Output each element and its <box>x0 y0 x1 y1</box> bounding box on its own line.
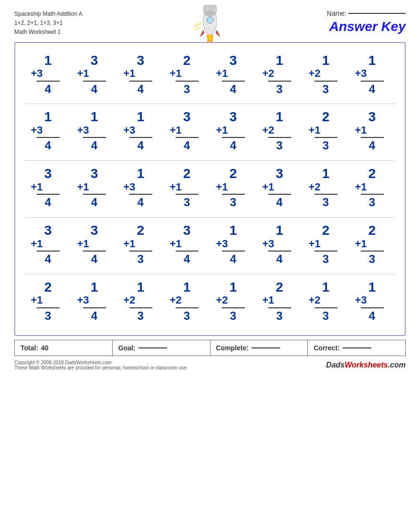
problem-3-7: 2 +1 3 <box>353 223 391 266</box>
problem-top: 2 <box>183 53 191 68</box>
problem-line <box>315 251 337 252</box>
problem-answer: 3 <box>276 309 283 323</box>
problem-answer: 4 <box>91 196 97 210</box>
problem-line <box>176 137 199 138</box>
problem-addend: +2 <box>307 68 321 79</box>
name-field: Name: <box>327 10 406 17</box>
problem-answer: 3 <box>276 139 283 153</box>
problem-addend: +1 <box>214 125 228 136</box>
problem-addend: +3 <box>75 294 89 306</box>
problem-line <box>83 251 106 252</box>
problem-0-2: 3 +1 4 <box>122 53 160 96</box>
problem-addend: +1 <box>75 238 89 250</box>
problem-addend: +1 <box>29 294 43 306</box>
problem-3-3: 3 +1 4 <box>168 223 206 266</box>
problem-line <box>222 194 245 195</box>
problem-answer: 4 <box>230 139 236 153</box>
footer-goal: Goal: <box>113 340 210 356</box>
problem-row-1: 1 +3 4 1 +3 4 1 +3 4 3 +1 4 3 +1 <box>25 104 395 161</box>
problem-line <box>361 81 384 82</box>
problems-grid: 1 +3 4 3 +1 4 3 +1 4 2 +1 3 3 +1 <box>25 48 395 331</box>
problem-3-0: 3 +1 4 <box>29 223 67 266</box>
problem-line <box>37 194 60 195</box>
problem-4-4: 1 +2 3 <box>214 280 252 323</box>
copyright-text: Copyright © 2008-2018 DadsWorksheets.com… <box>14 360 188 370</box>
problem-answer: 4 <box>230 252 236 266</box>
footer-correct: Correct: <box>308 340 405 356</box>
problem-top: 3 <box>230 53 237 68</box>
problem-line <box>361 194 384 195</box>
problem-line <box>176 251 199 252</box>
problem-addend: +1 <box>168 125 182 136</box>
problem-addend: +2 <box>122 294 136 306</box>
problem-line <box>83 307 106 308</box>
footer-complete: Complete: <box>210 340 308 356</box>
problem-top: 3 <box>44 223 52 238</box>
problem-4-6: 1 +2 3 <box>307 280 345 323</box>
problem-top: 1 <box>368 53 376 68</box>
rocket-icon <box>191 5 229 48</box>
header: Spaceship Math Addition A 1+2, 2+1, 1+3,… <box>14 10 406 37</box>
problem-top: 2 <box>230 167 237 181</box>
problem-addend: +1 <box>168 68 182 79</box>
problem-addend: +3 <box>122 125 136 136</box>
problem-top: 3 <box>368 110 376 125</box>
problem-answer: 3 <box>323 309 329 323</box>
problem-line <box>222 307 245 308</box>
problem-answer: 4 <box>230 83 236 96</box>
problem-addend: +2 <box>307 181 321 193</box>
problem-2-0: 3 +1 4 <box>29 167 67 210</box>
problem-addend: +3 <box>75 125 89 136</box>
problem-top: 1 <box>91 280 98 295</box>
problem-top: 3 <box>137 53 145 68</box>
problem-addend: +1 <box>307 125 321 136</box>
problem-addend: +1 <box>122 238 136 250</box>
problem-line <box>176 307 199 308</box>
problem-addend: +1 <box>168 181 182 193</box>
problem-3-2: 2 +1 3 <box>122 223 160 266</box>
problem-1-2: 1 +3 4 <box>122 110 160 153</box>
title-line2: 1+2, 2+1, 1+3, 3+1 <box>14 19 83 28</box>
complete-blank <box>252 347 280 348</box>
problem-top: 3 <box>183 110 191 125</box>
problem-top: 1 <box>91 110 98 125</box>
problem-3-5: 1 +3 4 <box>261 223 299 266</box>
problem-answer: 4 <box>369 309 375 323</box>
problem-line <box>83 194 106 195</box>
problem-answer: 4 <box>184 139 190 153</box>
problem-answer: 3 <box>323 196 329 210</box>
problem-addend: +1 <box>307 238 321 250</box>
problem-answer: 3 <box>230 309 236 323</box>
problem-line <box>361 137 384 138</box>
problem-line <box>315 81 337 82</box>
problem-top: 2 <box>322 110 330 125</box>
problem-addend: +2 <box>214 294 228 306</box>
problem-top: 2 <box>322 223 330 238</box>
problem-addend: +1 <box>353 181 367 193</box>
problem-0-3: 2 +1 3 <box>168 53 206 96</box>
problem-1-4: 3 +1 4 <box>214 110 252 153</box>
problem-answer: 4 <box>184 252 190 266</box>
problem-1-6: 2 +1 3 <box>307 110 345 153</box>
problem-2-2: 1 +3 4 <box>122 167 160 210</box>
problem-answer: 3 <box>230 196 236 210</box>
svg-point-2 <box>207 17 213 23</box>
problem-addend: +1 <box>29 181 43 193</box>
problem-line <box>37 251 60 252</box>
problem-answer: 4 <box>91 83 97 96</box>
problem-3-6: 2 +1 3 <box>307 223 345 266</box>
name-underline <box>348 13 406 14</box>
problem-addend: +1 <box>353 238 367 250</box>
problem-answer: 3 <box>45 309 51 323</box>
problem-0-0: 1 +3 4 <box>29 53 67 96</box>
problem-addend: +3 <box>29 68 43 79</box>
problem-line <box>268 194 291 195</box>
problem-2-5: 3 +1 4 <box>261 167 299 210</box>
problem-answer: 3 <box>369 196 375 210</box>
correct-label: Correct: <box>314 344 339 352</box>
complete-label: Complete: <box>216 344 249 352</box>
problem-top: 2 <box>137 223 145 238</box>
problem-line <box>222 81 245 82</box>
problem-addend: +1 <box>261 181 274 193</box>
problem-answer: 3 <box>323 252 329 266</box>
